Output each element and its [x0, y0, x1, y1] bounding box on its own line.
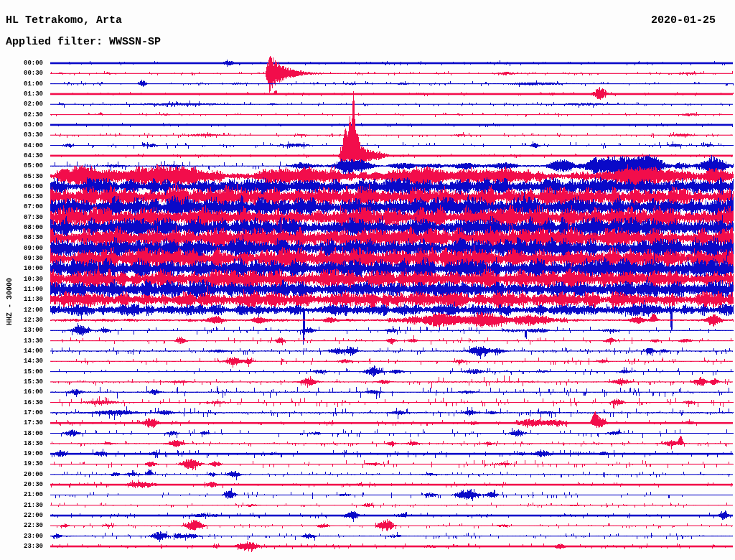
time-label-1300: 13:00 [0, 327, 43, 334]
time-label-1600: 16:00 [0, 388, 43, 396]
station-title: HL Tetrakomo, Arta [6, 14, 122, 27]
time-label-0300: 03:00 [0, 121, 43, 129]
time-label-0100: 01:00 [0, 80, 43, 88]
time-label-1000: 10:00 [0, 265, 43, 272]
time-label-1800: 18:00 [0, 430, 43, 437]
helicorder-page: { "header": { "station": "HL Tetrakomo, … [0, 0, 735, 560]
time-label-0200: 02:00 [0, 101, 43, 108]
time-label-0400: 04:00 [0, 142, 43, 149]
time-label-2000: 20:00 [0, 471, 43, 478]
time-label-2200: 22:00 [0, 512, 43, 519]
time-label-1130: 11:30 [0, 296, 43, 303]
time-label-1230: 12:30 [0, 317, 43, 324]
time-label-1830: 18:30 [0, 440, 43, 447]
time-label-1200: 12:00 [0, 307, 43, 314]
time-label-1900: 19:00 [0, 450, 43, 457]
time-label-2330: 23:30 [0, 543, 43, 550]
filter-label: Applied filter: WWSSN-SP [6, 36, 161, 48]
time-label-1400: 14:00 [0, 347, 43, 355]
time-label-1030: 10:30 [0, 276, 43, 283]
time-label-0330: 03:30 [0, 131, 43, 139]
time-label-0000: 00:00 [0, 60, 43, 67]
time-label-0730: 07:30 [0, 214, 43, 221]
time-label-2300: 23:00 [0, 533, 43, 540]
time-label-0500: 05:00 [0, 162, 43, 169]
time-label-0600: 06:00 [0, 183, 43, 190]
time-label-2130: 21:30 [0, 502, 43, 509]
time-label-2030: 20:30 [0, 481, 43, 488]
time-label-0830: 08:30 [0, 234, 43, 241]
time-label-0030: 00:30 [0, 70, 43, 77]
time-label-0530: 05:30 [0, 173, 43, 180]
time-label-1100: 11:00 [0, 286, 43, 293]
time-label-1500: 15:00 [0, 368, 43, 375]
time-label-0230: 02:30 [0, 111, 43, 118]
time-label-2100: 21:00 [0, 491, 43, 498]
time-label-0800: 08:00 [0, 224, 43, 231]
time-label-1530: 15:30 [0, 378, 43, 386]
time-label-0630: 06:30 [0, 193, 43, 200]
helicorder-plot [0, 0, 735, 560]
time-label-1430: 14:30 [0, 358, 43, 365]
time-label-1330: 13:30 [0, 337, 43, 345]
time-label-0900: 09:00 [0, 245, 43, 252]
time-label-1730: 17:30 [0, 419, 43, 426]
time-label-0130: 01:30 [0, 90, 43, 98]
time-label-0430: 04:30 [0, 152, 43, 159]
time-label-1700: 17:00 [0, 409, 43, 416]
time-label-1630: 16:30 [0, 399, 43, 406]
time-label-0700: 07:00 [0, 203, 43, 210]
time-label-1930: 19:30 [0, 460, 43, 467]
time-label-0930: 09:30 [0, 255, 43, 262]
time-label-2230: 22:30 [0, 522, 43, 529]
date-label: 2020-01-25 [651, 14, 716, 27]
